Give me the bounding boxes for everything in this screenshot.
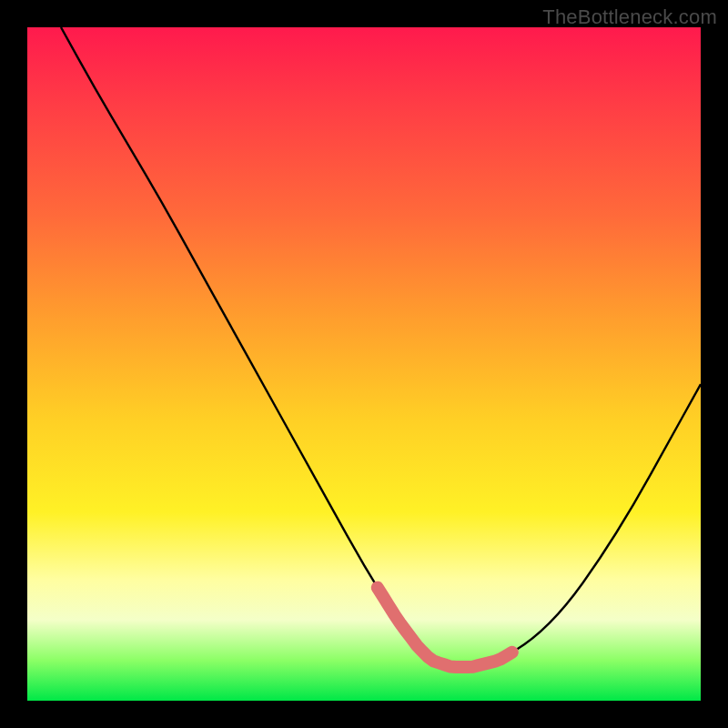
curve-path [61, 27, 701, 667]
highlight-path [378, 588, 512, 667]
watermark-label: TheBottleneck.com [542, 5, 717, 29]
chart-svg [27, 27, 701, 701]
plot-area [27, 27, 701, 701]
chart-frame: TheBottleneck.com [0, 0, 728, 728]
